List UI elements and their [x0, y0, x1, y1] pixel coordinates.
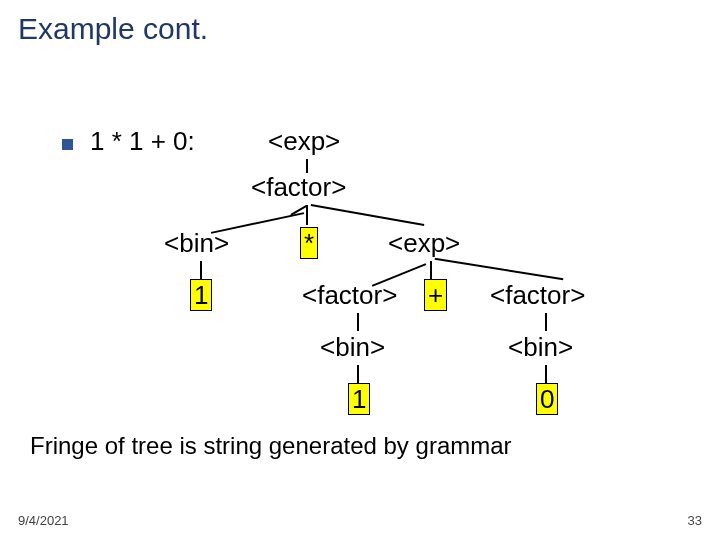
tree-edge [213, 213, 214, 215]
tree-edge [260, 204, 261, 206]
tree-edge [311, 204, 425, 226]
node-factor-root: <factor> [251, 172, 346, 203]
leaf-one-mid: 1 [348, 383, 370, 415]
leaf-zero-right: 0 [536, 383, 558, 415]
node-factor-mid: <factor> [302, 280, 397, 311]
bullet-icon [62, 139, 73, 150]
node-factor-right: <factor> [490, 280, 585, 311]
tree-edge [545, 365, 547, 383]
node-bin-mid: <bin> [320, 332, 385, 363]
node-one-mid: 1 [348, 384, 370, 415]
leaf-star: * [300, 227, 318, 259]
footer-date: 9/4/2021 [18, 513, 69, 528]
tree-edge [430, 261, 432, 279]
node-plus: + [424, 280, 447, 311]
tree-edge [200, 261, 202, 279]
tree-edge [306, 205, 308, 225]
tree-edge [545, 313, 547, 331]
leaf-one-left: 1 [190, 279, 212, 311]
leaf-plus: + [424, 279, 447, 311]
node-exp-right: <exp> [388, 228, 460, 259]
node-zero-right: 0 [536, 384, 558, 415]
tree-edge [435, 258, 564, 280]
tree-edge [357, 313, 359, 331]
node-bin-right: <bin> [508, 332, 573, 363]
caption-text: Fringe of tree is string generated by gr… [30, 432, 512, 460]
tree-edge [357, 365, 359, 383]
footer-page-number: 33 [688, 513, 702, 528]
node-star: * [300, 228, 318, 259]
node-bin-left: <bin> [164, 228, 229, 259]
node-one-left: 1 [190, 280, 212, 311]
tree-edge [306, 159, 308, 173]
slide-title: Example cont. [18, 12, 208, 46]
bullet-expression: 1 * 1 + 0: [90, 126, 195, 157]
node-exp-root: <exp> [268, 126, 340, 157]
